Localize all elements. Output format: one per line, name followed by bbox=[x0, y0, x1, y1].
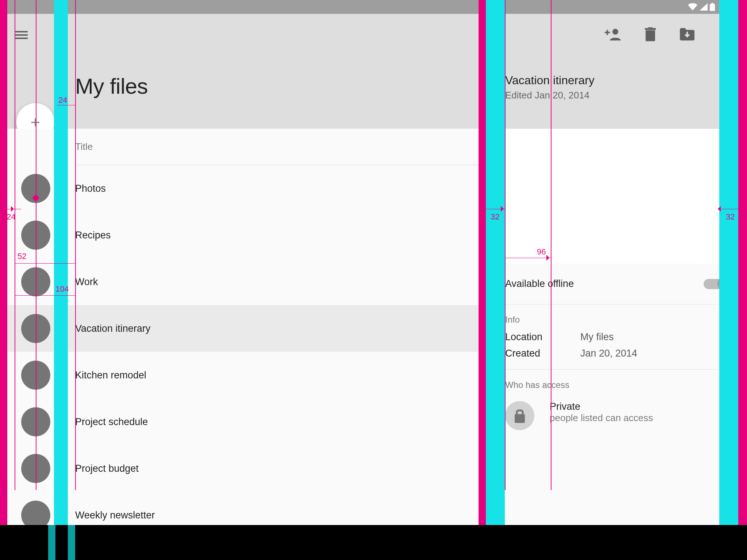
redline-band bbox=[54, 0, 68, 525]
list-item[interactable]: Project schedule bbox=[0, 398, 485, 445]
battery-icon bbox=[710, 3, 715, 11]
redline-band bbox=[479, 0, 486, 525]
svg-rect-4 bbox=[607, 30, 608, 35]
redline-band bbox=[719, 0, 738, 525]
info-section: Info Location My files Created Jan 20, 2… bbox=[485, 304, 747, 370]
list-item[interactable]: Work bbox=[0, 258, 485, 305]
item-label: Project schedule bbox=[75, 416, 148, 428]
redline-band bbox=[486, 0, 505, 525]
detail-subtitle: Edited Jan 20, 2014 bbox=[505, 90, 589, 101]
nav-bar-area bbox=[0, 525, 747, 560]
redline-arrow bbox=[715, 206, 721, 212]
offline-label: Available offline bbox=[505, 278, 574, 289]
item-avatar bbox=[21, 454, 50, 483]
item-label: Photos bbox=[75, 183, 106, 194]
access-heading: Who has access bbox=[505, 380, 727, 390]
info-row-created: Created Jan 20, 2014 bbox=[505, 348, 727, 359]
item-avatar bbox=[21, 361, 50, 390]
list-item[interactable]: Vacation itinerary bbox=[0, 305, 485, 352]
list-item[interactable]: Recipes bbox=[0, 212, 485, 258]
page-title: My files bbox=[75, 74, 148, 99]
access-section: Who has access Private people listed can… bbox=[485, 370, 747, 440]
info-key-created: Created bbox=[505, 348, 580, 359]
redline-band bbox=[0, 0, 7, 525]
info-key-location: Location bbox=[505, 331, 580, 343]
file-list: Title PhotosRecipesWorkVacation itinerar… bbox=[0, 129, 485, 525]
add-person-icon[interactable] bbox=[605, 28, 621, 42]
list-item[interactable]: Project budget bbox=[0, 445, 485, 492]
detail-preview bbox=[485, 129, 747, 264]
offline-row: Available offline bbox=[485, 264, 747, 304]
redline-arrow bbox=[11, 206, 17, 212]
app-screen: 12:30 My files Vacation itinerary Edited… bbox=[0, 0, 747, 525]
menu-icon[interactable] bbox=[15, 29, 28, 41]
detail-panel: Available offline Info Location My files… bbox=[485, 129, 747, 525]
redline-arrow bbox=[546, 255, 552, 261]
svg-rect-0 bbox=[710, 4, 715, 11]
item-avatar bbox=[21, 221, 50, 250]
list-item[interactable]: Photos bbox=[0, 165, 485, 212]
info-row-location: Location My files bbox=[505, 331, 727, 343]
info-val-created: Jan 20, 2014 bbox=[580, 348, 637, 359]
item-label: Kitchen remodel bbox=[75, 370, 146, 381]
svg-rect-5 bbox=[646, 30, 655, 41]
item-label: Project budget bbox=[75, 463, 139, 474]
download-box-icon[interactable] bbox=[680, 28, 694, 42]
item-avatar bbox=[21, 314, 50, 343]
svg-rect-10 bbox=[515, 414, 525, 423]
access-text: Private people listed can access bbox=[550, 401, 653, 424]
redline-band bbox=[738, 0, 747, 525]
access-subtitle: people listed can access bbox=[550, 412, 653, 424]
svg-rect-1 bbox=[711, 3, 713, 4]
svg-point-2 bbox=[612, 29, 618, 35]
item-avatar bbox=[21, 267, 50, 296]
appbar-actions bbox=[605, 27, 723, 43]
access-row: Private people listed can access bbox=[505, 401, 727, 430]
detail-title: Vacation itinerary bbox=[505, 74, 595, 87]
svg-rect-9 bbox=[686, 32, 688, 35]
info-heading: Info bbox=[505, 315, 727, 325]
access-title: Private bbox=[550, 401, 653, 412]
lock-icon bbox=[505, 401, 534, 430]
list-item[interactable]: Kitchen remodel bbox=[0, 352, 485, 398]
app-bar bbox=[0, 14, 747, 56]
item-label: Work bbox=[75, 276, 98, 288]
redline-band bbox=[68, 525, 75, 560]
redline-arrow bbox=[501, 206, 507, 212]
item-label: Vacation itinerary bbox=[75, 323, 151, 334]
item-label: Weekly newsletter bbox=[75, 510, 155, 521]
trash-icon[interactable] bbox=[645, 27, 656, 43]
wifi-icon bbox=[688, 3, 697, 11]
item-label: Recipes bbox=[75, 230, 111, 241]
svg-rect-7 bbox=[648, 27, 653, 28]
list-header-title: Title bbox=[75, 129, 485, 165]
info-val-location: My files bbox=[580, 331, 614, 343]
signal-icon bbox=[700, 3, 708, 11]
item-avatar bbox=[21, 407, 50, 436]
status-bar: 12:30 bbox=[0, 0, 747, 14]
redline-band bbox=[48, 525, 55, 560]
